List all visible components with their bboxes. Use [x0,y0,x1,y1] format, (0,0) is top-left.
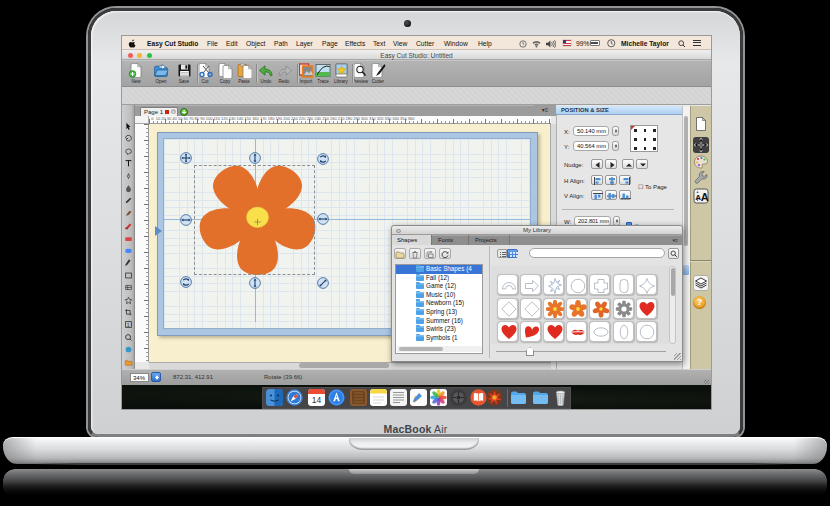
svg-text:1: 1 [127,323,130,328]
svg-text:A: A [700,190,708,202]
svg-text:14: 14 [312,394,322,404]
